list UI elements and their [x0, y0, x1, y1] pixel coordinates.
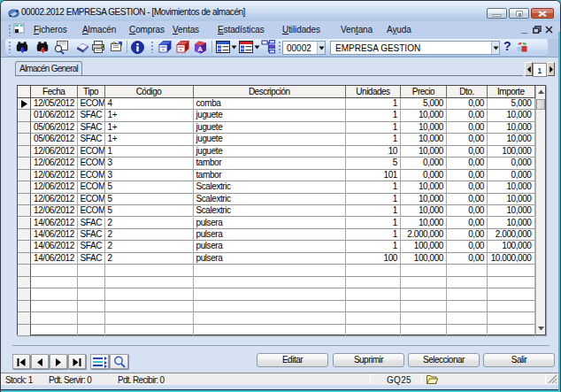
svg-text:A: A — [197, 45, 203, 53]
